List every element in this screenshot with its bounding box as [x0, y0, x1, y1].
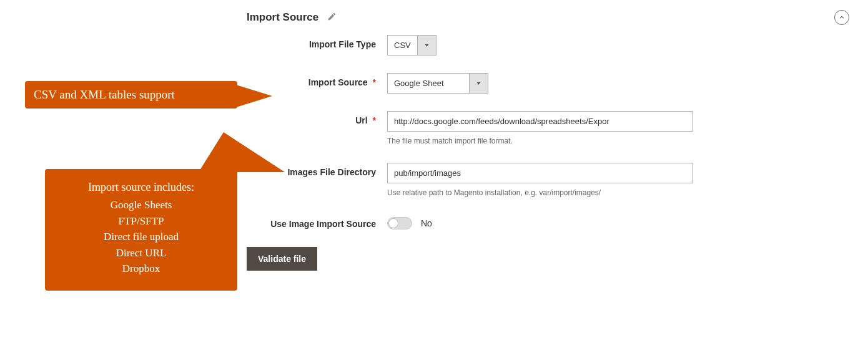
label-images-dir-text: Images File Directory: [287, 167, 376, 177]
control-use-image-import-source: No: [387, 215, 868, 229]
label-file-type: Import File Type: [0, 35, 387, 49]
callout-item: Google Sheets: [54, 197, 229, 213]
svg-marker-0: [425, 44, 428, 47]
collapse-toggle[interactable]: [834, 10, 849, 25]
select-import-source-value: Google Sheet: [388, 74, 469, 93]
edit-icon[interactable]: [327, 12, 337, 23]
callout-csv-xml: CSV and XML tables support: [25, 81, 237, 109]
callout-import-sources-title: Import source includes:: [54, 179, 229, 196]
images-dir-input[interactable]: [387, 163, 693, 183]
required-star-icon: *: [373, 77, 376, 87]
section-header: Import Source: [0, 0, 868, 35]
callout-item: Dropbox: [54, 261, 229, 277]
label-url-text: Url: [355, 115, 367, 125]
toggle-knob: [388, 218, 398, 228]
label-use-image-import-source-text: Use Image Import Source: [270, 219, 376, 229]
images-dir-help-text: Use relative path to Magento installatio…: [387, 188, 868, 197]
label-import-source-text: Import Source: [308, 77, 368, 87]
select-file-type[interactable]: CSV: [387, 35, 436, 56]
control-images-dir: Use relative path to Magento installatio…: [387, 163, 868, 197]
svg-marker-1: [477, 82, 481, 85]
label-file-type-text: Import File Type: [309, 39, 376, 49]
validate-file-button[interactable]: Validate file: [247, 247, 317, 271]
callout-1-arrow-icon: [236, 85, 272, 107]
control-url: The file must match import file format.: [387, 111, 868, 145]
row-url: Url * The file must match import file fo…: [0, 111, 868, 145]
form-region: Import File Type CSV Import Source * Goo…: [0, 35, 868, 271]
required-star-icon: *: [373, 115, 376, 125]
caret-down-icon: [469, 74, 488, 93]
callout-item: FTP/SFTP: [54, 213, 229, 229]
toggle-use-image-import-source[interactable]: [387, 217, 412, 229]
url-input[interactable]: [387, 111, 693, 132]
row-file-type: Import File Type CSV: [0, 35, 868, 56]
select-import-source[interactable]: Google Sheet: [387, 73, 488, 94]
control-file-type: CSV: [387, 35, 868, 56]
callout-csv-xml-text: CSV and XML tables support: [34, 88, 175, 101]
callout-import-sources: Import source includes: Google Sheets FT…: [45, 169, 237, 291]
callout-item: Direct file upload: [54, 229, 229, 245]
callout-item: Direct URL: [54, 245, 229, 261]
control-import-source: Google Sheet: [387, 73, 868, 94]
label-url: Url *: [0, 111, 387, 125]
section-title: Import Source: [247, 11, 318, 24]
callout-2-arrow-icon: [199, 132, 285, 172]
url-help-text: The file must match import file format.: [387, 137, 868, 145]
select-file-type-value: CSV: [388, 36, 417, 55]
toggle-label: No: [421, 218, 432, 228]
caret-down-icon: [417, 36, 436, 55]
